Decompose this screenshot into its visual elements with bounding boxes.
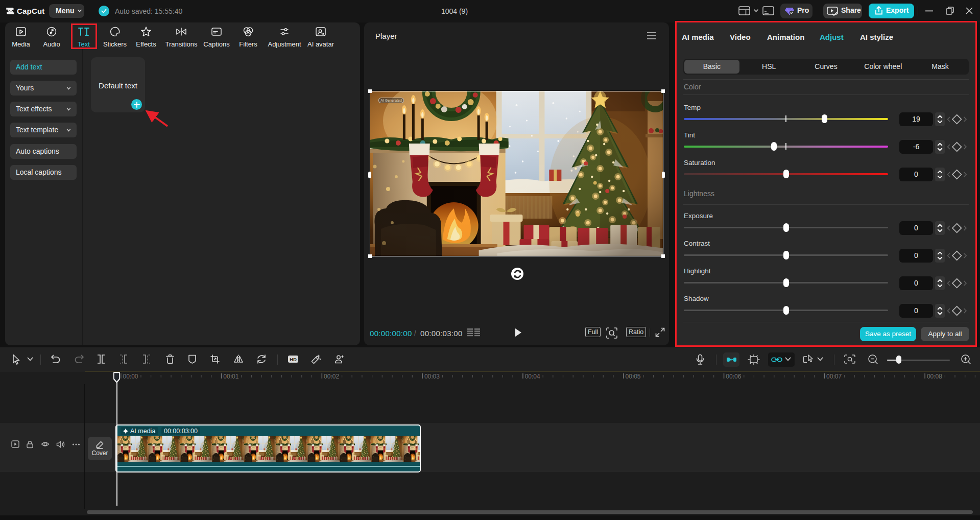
svg-text:00:03: 00:03 [424, 373, 440, 380]
svg-text:00:07: 00:07 [826, 373, 842, 380]
svg-text:HD: HD [290, 357, 297, 362]
svg-text:00:08: 00:08 [927, 373, 942, 380]
svg-text:00:01: 00:01 [223, 373, 238, 380]
svg-text:00:04: 00:04 [525, 373, 540, 380]
svg-text:00:02: 00:02 [324, 373, 339, 380]
svg-text:00:00: 00:00 [123, 373, 138, 380]
svg-text:00:05: 00:05 [626, 373, 641, 380]
svg-text:00:06: 00:06 [726, 373, 741, 380]
